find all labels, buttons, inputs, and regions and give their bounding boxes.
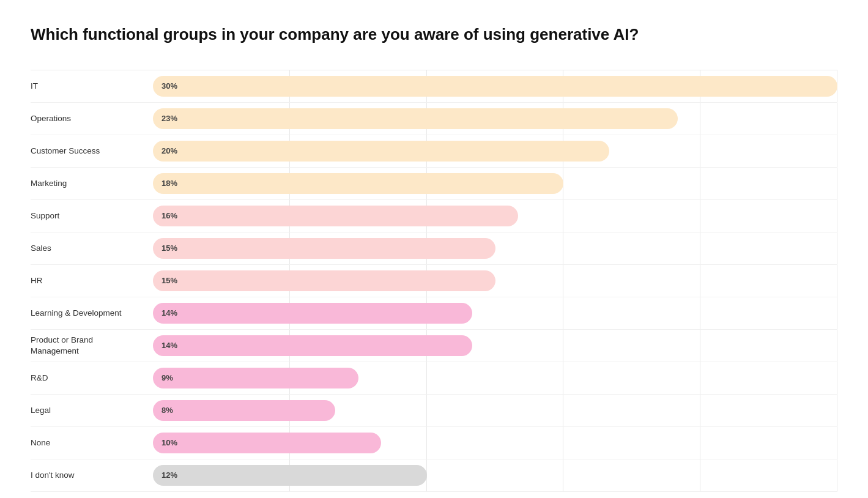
bar-wrapper-6: 15%: [153, 267, 837, 294]
bar-label-0: IT: [31, 81, 153, 92]
bar-label-1: Operations: [31, 113, 153, 124]
bar-10: 8%: [153, 400, 335, 421]
bar-1: 23%: [153, 108, 678, 129]
table-row: Operations 23%: [31, 103, 837, 135]
bar-chart: IT 30% Operations 23% Customer Success: [31, 70, 837, 492]
bar-wrapper-10: 8%: [153, 397, 837, 424]
bar-wrapper-12: 12%: [153, 462, 837, 489]
table-row: Customer Success 20%: [31, 135, 837, 168]
bar-label-5: Sales: [31, 243, 153, 254]
bar-11: 10%: [153, 433, 381, 453]
bar-value-5: 15%: [161, 243, 177, 253]
bar-12: 12%: [153, 465, 427, 486]
bar-8: 14%: [153, 335, 472, 356]
bar-wrapper-1: 23%: [153, 105, 837, 132]
bar-value-4: 16%: [161, 211, 177, 220]
bar-label-4: Support: [31, 210, 153, 221]
bar-4: 16%: [153, 206, 518, 226]
bar-value-6: 15%: [161, 276, 177, 285]
bar-value-10: 8%: [161, 406, 173, 415]
bar-0: 30%: [153, 76, 837, 97]
bar-value-1: 23%: [161, 114, 177, 123]
bar-label-8: Product or BrandManagement: [31, 335, 153, 356]
bar-label-3: Marketing: [31, 178, 153, 189]
table-row: Support 16%: [31, 200, 837, 232]
table-row: IT 30%: [31, 70, 837, 103]
table-row: Product or BrandManagement 14%: [31, 330, 837, 362]
bar-wrapper-11: 10%: [153, 429, 837, 456]
bar-5: 15%: [153, 238, 495, 259]
chart-container: IT 30% Operations 23% Customer Success: [31, 70, 837, 498]
bar-7: 14%: [153, 303, 472, 324]
table-row: None 10%: [31, 427, 837, 459]
bar-3: 18%: [153, 173, 563, 194]
bar-value-0: 30%: [161, 81, 177, 91]
bar-label-2: Customer Success: [31, 146, 153, 157]
bar-label-10: Legal: [31, 405, 153, 416]
bar-wrapper-8: 14%: [153, 332, 837, 359]
table-row: Marketing 18%: [31, 168, 837, 200]
bar-wrapper-2: 20%: [153, 138, 837, 165]
bar-wrapper-4: 16%: [153, 203, 837, 229]
bar-wrapper-5: 15%: [153, 235, 837, 262]
table-row: R&D 9%: [31, 362, 837, 395]
bar-value-9: 9%: [161, 373, 173, 382]
bar-label-7: Learning & Development: [31, 308, 153, 319]
bar-2: 20%: [153, 141, 609, 162]
bar-wrapper-7: 14%: [153, 300, 837, 327]
bar-label-9: R&D: [31, 373, 153, 384]
bar-value-3: 18%: [161, 179, 177, 188]
bar-wrapper-9: 9%: [153, 365, 837, 392]
bar-label-12: I don't know: [31, 470, 153, 481]
bar-wrapper-3: 18%: [153, 170, 837, 197]
bar-6: 15%: [153, 270, 495, 291]
bar-value-12: 12%: [161, 470, 177, 480]
bar-label-11: None: [31, 437, 153, 448]
bar-value-2: 20%: [161, 146, 177, 155]
bar-value-8: 14%: [161, 341, 177, 350]
bar-value-7: 14%: [161, 308, 177, 318]
table-row: Legal 8%: [31, 395, 837, 427]
bar-wrapper-0: 30%: [153, 73, 837, 100]
table-row: I don't know 12%: [31, 459, 837, 492]
table-row: Learning & Development 14%: [31, 297, 837, 330]
chart-title: Which functional groups in your company …: [31, 24, 837, 45]
table-row: HR 15%: [31, 265, 837, 297]
bar-label-6: HR: [31, 275, 153, 286]
bar-9: 9%: [153, 368, 358, 388]
table-row: Sales 15%: [31, 232, 837, 265]
bar-value-11: 10%: [161, 438, 177, 447]
